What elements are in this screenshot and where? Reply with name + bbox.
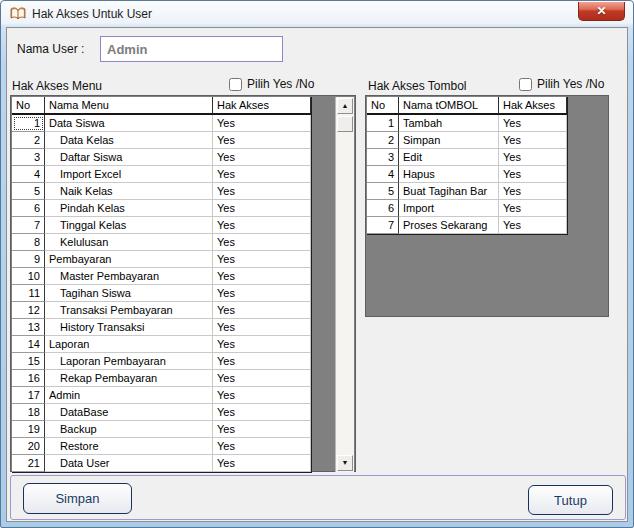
table-row[interactable]: 1Data SiswaYes xyxy=(12,115,311,132)
nama-user-input[interactable] xyxy=(100,36,283,62)
access-cell[interactable]: Yes xyxy=(213,404,311,421)
name-cell[interactable]: Simpan xyxy=(399,132,499,149)
row-number-cell[interactable]: 10 xyxy=(12,268,45,285)
row-number-cell[interactable]: 6 xyxy=(12,200,45,217)
table-row[interactable]: 20RestoreYes xyxy=(12,438,311,455)
access-cell[interactable]: Yes xyxy=(499,149,567,166)
access-cell[interactable]: Yes xyxy=(213,336,311,353)
name-cell[interactable]: Kelulusan xyxy=(45,234,213,251)
close-button[interactable]: ✕ xyxy=(578,2,625,21)
row-number-cell[interactable]: 19 xyxy=(12,421,45,438)
row-number-cell[interactable]: 15 xyxy=(12,353,45,370)
name-cell[interactable]: Pindah Kelas xyxy=(45,200,213,217)
name-cell[interactable]: Laporan Pembayaran xyxy=(45,353,213,370)
name-cell[interactable]: Buat Tagihan Bar xyxy=(399,183,499,200)
row-number-cell[interactable]: 21 xyxy=(12,455,45,472)
table-row[interactable]: 1TambahYes xyxy=(367,115,567,132)
access-cell[interactable]: Yes xyxy=(213,268,311,285)
access-cell[interactable]: Yes xyxy=(213,132,311,149)
row-number-cell[interactable]: 7 xyxy=(367,217,399,234)
row-number-cell[interactable]: 9 xyxy=(12,251,45,268)
scroll-down-icon[interactable]: ▼ xyxy=(337,455,353,471)
name-cell[interactable]: Laporan xyxy=(45,336,213,353)
access-cell[interactable]: Yes xyxy=(499,217,567,234)
table-row[interactable]: 12Transaksi PembayaranYes xyxy=(12,302,311,319)
name-cell[interactable]: History Transaksi xyxy=(45,319,213,336)
access-cell[interactable]: Yes xyxy=(213,438,311,455)
table-row[interactable]: 3Daftar SiswaYes xyxy=(12,149,311,166)
access-cell[interactable]: Yes xyxy=(213,183,311,200)
row-number-cell[interactable]: 6 xyxy=(367,200,399,217)
row-number-cell[interactable]: 4 xyxy=(12,166,45,183)
table-row[interactable]: 19BackupYes xyxy=(12,421,311,438)
access-cell[interactable]: Yes xyxy=(213,455,311,472)
table-row[interactable]: 7Proses SekarangYes xyxy=(367,217,567,234)
access-cell[interactable]: Yes xyxy=(213,302,311,319)
row-number-cell[interactable]: 20 xyxy=(12,438,45,455)
tutup-button[interactable]: Tutup xyxy=(528,485,613,515)
row-number-cell[interactable]: 7 xyxy=(12,217,45,234)
access-cell[interactable]: Yes xyxy=(213,217,311,234)
access-cell[interactable]: Yes xyxy=(213,251,311,268)
menu-col-header-name[interactable]: Nama Menu xyxy=(45,97,213,115)
row-number-cell[interactable]: 3 xyxy=(367,149,399,166)
row-number-cell[interactable]: 5 xyxy=(367,183,399,200)
name-cell[interactable]: Proses Sekarang xyxy=(399,217,499,234)
access-cell[interactable]: Yes xyxy=(213,285,311,302)
access-cell[interactable]: Yes xyxy=(499,183,567,200)
access-cell[interactable]: Yes xyxy=(499,132,567,149)
row-number-cell[interactable]: 1 xyxy=(12,115,45,132)
name-cell[interactable]: Rekap Pembayaran xyxy=(45,370,213,387)
table-row[interactable]: 6Pindah KelasYes xyxy=(12,200,311,217)
menu-pilih-checkbox-row[interactable]: Pilih Yes /No xyxy=(229,77,314,91)
table-row[interactable]: 5Buat Tagihan BarYes xyxy=(367,183,567,200)
access-cell[interactable]: Yes xyxy=(213,166,311,183)
name-cell[interactable]: Hapus xyxy=(399,166,499,183)
menu-col-header-no[interactable]: No xyxy=(12,97,45,115)
name-cell[interactable]: Data Siswa xyxy=(45,115,213,132)
access-cell[interactable]: Yes xyxy=(213,115,311,132)
table-row[interactable]: 7Tinggal KelasYes xyxy=(12,217,311,234)
table-row[interactable]: 15Laporan PembayaranYes xyxy=(12,353,311,370)
table-row[interactable]: 14LaporanYes xyxy=(12,336,311,353)
row-number-cell[interactable]: 1 xyxy=(367,115,399,132)
table-row[interactable]: 3EditYes xyxy=(367,149,567,166)
name-cell[interactable]: Tinggal Kelas xyxy=(45,217,213,234)
name-cell[interactable]: Transaksi Pembayaran xyxy=(45,302,213,319)
access-cell[interactable]: Yes xyxy=(499,115,567,132)
table-row[interactable]: 17AdminYes xyxy=(12,387,311,404)
name-cell[interactable]: Master Pembayaran xyxy=(45,268,213,285)
name-cell[interactable]: Import Excel xyxy=(45,166,213,183)
row-number-cell[interactable]: 18 xyxy=(12,404,45,421)
name-cell[interactable]: Tambah xyxy=(399,115,499,132)
access-cell[interactable]: Yes xyxy=(499,200,567,217)
row-number-cell[interactable]: 16 xyxy=(12,370,45,387)
row-number-cell[interactable]: 12 xyxy=(12,302,45,319)
name-cell[interactable]: Admin xyxy=(45,387,213,404)
scroll-thumb[interactable] xyxy=(337,116,353,132)
name-cell[interactable]: Tagihan Siswa xyxy=(45,285,213,302)
name-cell[interactable]: Import xyxy=(399,200,499,217)
access-cell[interactable]: Yes xyxy=(213,353,311,370)
table-row[interactable]: 2Data KelasYes xyxy=(12,132,311,149)
name-cell[interactable]: DataBase xyxy=(45,404,213,421)
row-number-cell[interactable]: 17 xyxy=(12,387,45,404)
titlebar[interactable]: Hak Akses Untuk User ✕ xyxy=(1,1,633,27)
table-row[interactable]: 11Tagihan SiswaYes xyxy=(12,285,311,302)
name-cell[interactable]: Data Kelas xyxy=(45,132,213,149)
scroll-up-icon[interactable]: ▲ xyxy=(337,98,353,114)
tombol-col-header-no[interactable]: No xyxy=(367,97,399,115)
table-row[interactable]: 5Naik KelasYes xyxy=(12,183,311,200)
row-number-cell[interactable]: 13 xyxy=(12,319,45,336)
table-row[interactable]: 10Master PembayaranYes xyxy=(12,268,311,285)
name-cell[interactable]: Restore xyxy=(45,438,213,455)
access-cell[interactable]: Yes xyxy=(213,200,311,217)
name-cell[interactable]: Backup xyxy=(45,421,213,438)
access-cell[interactable]: Yes xyxy=(213,387,311,404)
row-number-cell[interactable]: 11 xyxy=(12,285,45,302)
row-number-cell[interactable]: 4 xyxy=(367,166,399,183)
table-row[interactable]: 18DataBaseYes xyxy=(12,404,311,421)
row-number-cell[interactable]: 2 xyxy=(367,132,399,149)
simpan-button[interactable]: Simpan xyxy=(23,483,132,514)
menu-pilih-checkbox[interactable] xyxy=(229,78,242,91)
